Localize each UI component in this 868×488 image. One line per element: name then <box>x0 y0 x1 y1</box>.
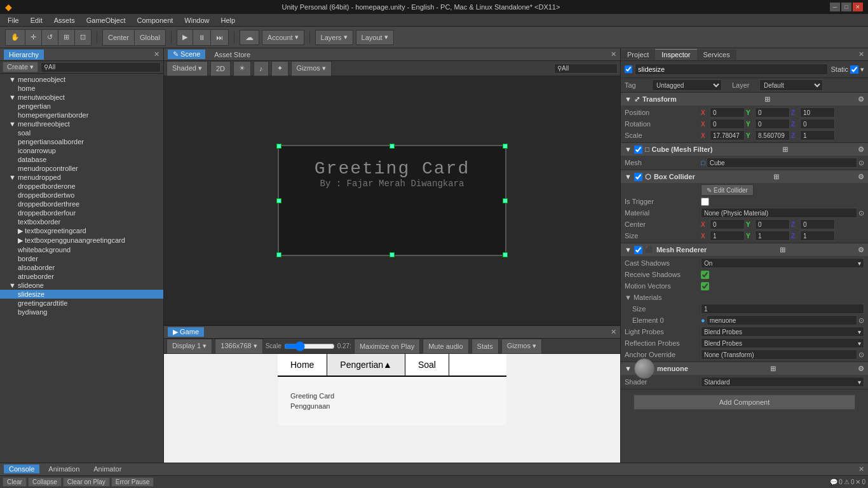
scale-slider[interactable] <box>284 341 335 351</box>
inspector-close[interactable]: ✕ <box>855 50 868 58</box>
game-close[interactable]: ✕ <box>611 328 616 336</box>
list-item[interactable]: atrueborder <box>0 272 163 281</box>
list-item[interactable]: whitebackground <box>0 245 163 254</box>
size-z-field[interactable]: 1 <box>800 231 835 241</box>
scene-tab[interactable]: ✎ Scene <box>168 50 205 59</box>
shader-dropdown[interactable]: Standard ▾ <box>701 377 864 387</box>
tag-select[interactable]: Untagged <box>652 79 722 91</box>
menu-edit[interactable]: Edit <box>25 16 48 25</box>
pos-x-field[interactable]: 0 <box>710 107 745 118</box>
center-z-field[interactable]: 0 <box>800 219 835 229</box>
services-tab[interactable]: Services <box>697 50 736 60</box>
rot-z-field[interactable]: 0 <box>800 119 835 129</box>
list-item[interactable]: alsoaborder <box>0 263 163 272</box>
handle-tr[interactable] <box>503 144 508 149</box>
mesh-renderer-copy[interactable]: ⊞ <box>780 246 785 254</box>
cloud-button[interactable]: ☁ <box>240 30 259 45</box>
mesh-filter-copy[interactable]: ⊞ <box>782 146 788 154</box>
list-item[interactable]: border <box>0 254 163 263</box>
handle-ml[interactable] <box>276 198 281 203</box>
receive-shadows-checkbox[interactable] <box>701 271 709 279</box>
rot-y-field[interactable]: 0 <box>755 119 790 129</box>
maximize-button[interactable]: □ <box>841 3 851 11</box>
cast-shadows-dropdown[interactable]: On ▾ <box>701 258 864 268</box>
collider-material-picker[interactable]: ⊙ <box>858 209 864 217</box>
menu-gameobject[interactable]: GameObject <box>81 16 131 25</box>
lighting-button[interactable]: ☀ <box>233 61 251 76</box>
minimize-button[interactable]: ─ <box>830 3 840 11</box>
list-item[interactable]: menudropcontroller <box>0 164 163 173</box>
inspector-tab[interactable]: Inspector <box>655 49 696 60</box>
layers-button[interactable]: Layers ▾ <box>315 30 353 45</box>
box-collider-checkbox[interactable] <box>634 173 642 181</box>
motion-vectors-checkbox[interactable] <box>701 282 709 290</box>
menu-help[interactable]: Help <box>215 16 240 25</box>
close-button[interactable]: ✕ <box>853 3 863 11</box>
handle-bm[interactable] <box>390 252 395 257</box>
menu-file[interactable]: File <box>3 16 24 25</box>
create-button[interactable]: Create ▾ <box>3 62 38 72</box>
list-item[interactable]: droppedborderthree <box>0 200 163 208</box>
gizmos-game-button[interactable]: Gizmos ▾ <box>501 339 542 354</box>
asset-store-tab[interactable]: Asset Store <box>209 50 255 59</box>
transform-header[interactable]: ▼ ⤢ Transform ⊞ ⚙ <box>621 93 868 105</box>
mesh-field[interactable]: Cube <box>707 158 857 168</box>
audio-button[interactable]: ♪ <box>254 61 269 76</box>
list-item[interactable]: ▼ menutwoobject <box>0 93 163 102</box>
play-button[interactable]: ▶ <box>177 30 193 45</box>
scale-y-field[interactable]: 8.560709 <box>755 130 790 140</box>
hierarchy-tab[interactable]: Hierarchy <box>4 50 44 60</box>
mesh-renderer-header[interactable]: ▼ ⬛ Mesh Renderer ⊞ ⚙ <box>621 243 868 256</box>
list-item-slidesize[interactable]: slidesize <box>0 290 163 299</box>
reflection-probes-dropdown[interactable]: Blend Probes ▾ <box>701 338 864 348</box>
scale-x-field[interactable]: 17.78047 <box>710 130 745 140</box>
resolution-button[interactable]: 868x488 ▾ <box>215 339 262 354</box>
anchor-picker[interactable]: ⊙ <box>858 351 864 359</box>
stats-button[interactable]: Stats <box>471 339 499 354</box>
scale-z-field[interactable]: 1 <box>800 130 835 140</box>
clear-button[interactable]: Clear <box>3 477 27 487</box>
mesh-filter-gear[interactable]: ⚙ <box>858 146 864 154</box>
list-item[interactable]: pengertian <box>0 102 163 111</box>
materials-size-field[interactable]: 1 <box>701 304 864 314</box>
box-collider-gear[interactable]: ⚙ <box>858 173 864 181</box>
scale-tool[interactable]: ⊞ <box>58 30 75 45</box>
error-pause-button[interactable]: Error Pause <box>111 477 154 487</box>
list-item[interactable]: bydiwang <box>0 308 163 316</box>
mute-audio-button[interactable]: Mute audio <box>423 339 468 354</box>
list-item[interactable]: ▶ textboxgreetingcard <box>0 226 163 236</box>
handle-mr[interactable] <box>503 198 508 203</box>
size-y-field[interactable]: 1 <box>755 231 790 241</box>
animator-tab[interactable]: Animator <box>88 464 126 473</box>
game-tab[interactable]: ▶ Game <box>168 327 204 337</box>
list-item[interactable]: droppedborderone <box>0 182 163 191</box>
move-tool[interactable]: ✛ <box>25 30 42 45</box>
handle-bl[interactable] <box>276 252 281 257</box>
list-item[interactable]: iconarrowup <box>0 146 163 155</box>
handle-tl[interactable] <box>276 144 281 149</box>
menu-assets[interactable]: Assets <box>49 16 80 25</box>
rotate-tool[interactable]: ↺ <box>42 30 58 45</box>
box-collider-copy[interactable]: ⊞ <box>773 173 779 181</box>
list-item[interactable]: database <box>0 155 163 164</box>
scene-canvas[interactable]: Greeting Card By : Fajar Merah Diwangkar… <box>164 76 620 325</box>
list-item[interactable]: ▼ menuoneobject <box>0 75 163 84</box>
pos-y-field[interactable]: 0 <box>755 107 790 118</box>
layout-button[interactable]: Layout ▾ <box>356 30 394 45</box>
mesh-filter-header[interactable]: ▼ □ Cube (Mesh Filter) ⊞ ⚙ <box>621 143 868 156</box>
material-gear[interactable]: ⚙ <box>858 365 864 373</box>
maximize-on-play-button[interactable]: Maximize on Play <box>354 339 420 354</box>
center-y-field[interactable]: 0 <box>755 219 790 229</box>
handle-br[interactable] <box>503 252 508 257</box>
layer-select[interactable]: Default <box>759 79 823 91</box>
list-item[interactable]: droppedborderfour <box>0 208 163 217</box>
transform-gear[interactable]: ⚙ <box>858 95 864 104</box>
list-item[interactable]: home <box>0 84 163 93</box>
mesh-renderer-checkbox[interactable] <box>634 246 642 254</box>
add-component-button[interactable]: Add Component <box>634 395 855 410</box>
menu-component[interactable]: Component <box>132 16 178 25</box>
global-button[interactable]: Global <box>135 30 165 45</box>
rect-tool[interactable]: ⊡ <box>75 30 91 45</box>
handle-tm[interactable] <box>390 144 395 149</box>
step-button[interactable]: ⏭ <box>211 30 228 45</box>
